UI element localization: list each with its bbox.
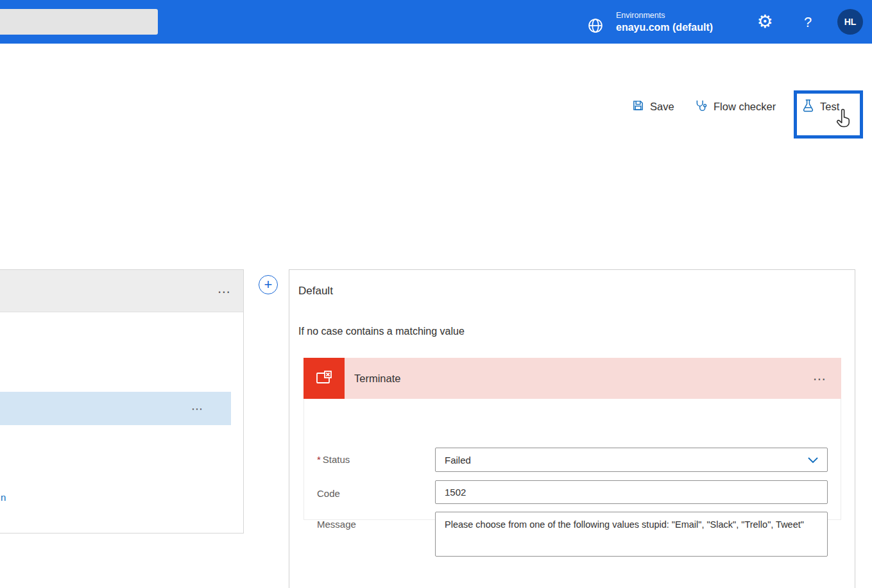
test-label: Test	[820, 101, 839, 113]
terminate-action-card: Terminate ⋯ *Status Failed Code 1502	[303, 358, 841, 520]
flow-checker-button[interactable]: Flow checker	[694, 97, 776, 115]
status-dropdown-value: Failed	[445, 455, 471, 466]
app-root: Environments enayu.com (default) ⚙ ? HL …	[0, 0, 872, 588]
code-field-label: Code	[317, 488, 340, 499]
terminate-card-header[interactable]: Terminate ⋯	[303, 358, 841, 399]
switch-card-menu-button[interactable]: ⋯	[218, 285, 232, 298]
message-textarea[interactable]: Please choose from one of the following …	[435, 512, 828, 557]
search-input[interactable]	[0, 9, 158, 35]
save-label: Save	[650, 101, 674, 113]
settings-gear-icon[interactable]: ⚙	[755, 10, 775, 33]
selected-case-row[interactable]: ⋯	[0, 392, 231, 425]
terminate-menu-button[interactable]: ⋯	[813, 373, 827, 385]
chevron-down-icon	[808, 457, 818, 464]
required-marker: *	[317, 454, 321, 465]
save-icon	[632, 99, 644, 114]
add-action-link-fragment[interactable]: n	[1, 492, 6, 503]
selected-case-menu-button[interactable]: ⋯	[191, 403, 204, 415]
stethoscope-icon	[694, 99, 708, 115]
avatar[interactable]: HL	[837, 9, 863, 35]
status-field-label: *Status	[317, 454, 350, 465]
command-toolbar: Save Flow checker Test	[0, 44, 872, 82]
add-case-button[interactable]: +	[259, 275, 278, 294]
switch-case-card: ⋯ ⋯ n	[0, 269, 244, 533]
terminate-title: Terminate	[354, 373, 400, 385]
terminate-card-body: *Status Failed Code 1502 Message Please …	[303, 399, 841, 520]
help-button[interactable]: ?	[799, 13, 816, 32]
environment-picker[interactable]: Environments enayu.com (default)	[586, 5, 713, 38]
flow-checker-label: Flow checker	[714, 101, 776, 113]
default-case-title: Default	[298, 285, 333, 298]
default-case-subtitle: If no case contains a matching value	[298, 326, 465, 337]
top-bar: Environments enayu.com (default) ⚙ ? HL	[0, 0, 872, 44]
status-dropdown[interactable]: Failed	[435, 448, 828, 472]
default-case-panel: Default If no case contains a matching v…	[289, 269, 855, 588]
environment-name: enayu.com (default)	[616, 22, 713, 33]
switch-card-header[interactable]: ⋯	[0, 270, 243, 312]
flask-icon	[802, 99, 814, 115]
terminate-icon	[303, 358, 345, 399]
code-input-value: 1502	[445, 487, 466, 498]
environment-text: Environments enayu.com (default)	[616, 11, 713, 33]
environment-globe-icon	[586, 17, 604, 35]
environments-label: Environments	[616, 11, 713, 20]
test-button[interactable]: Test	[802, 97, 839, 115]
message-field-label: Message	[317, 519, 356, 530]
save-button[interactable]: Save	[632, 97, 674, 115]
code-input[interactable]: 1502	[435, 480, 828, 504]
